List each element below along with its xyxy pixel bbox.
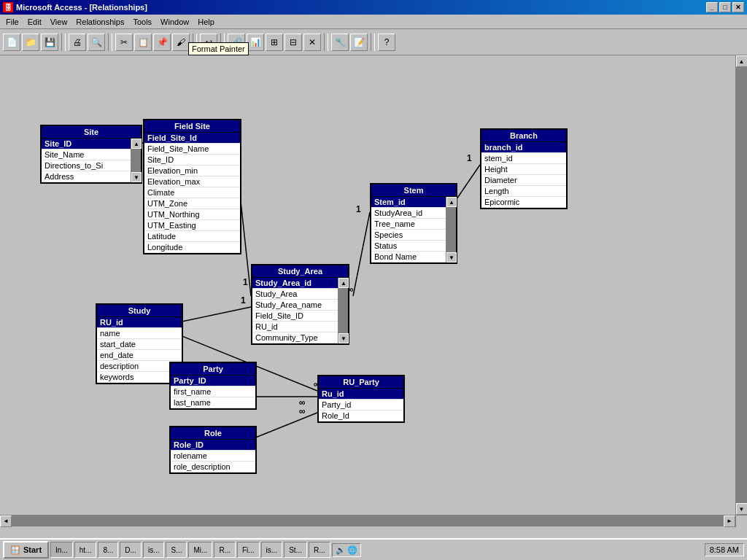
table-party-header[interactable]: Party <box>171 363 255 375</box>
field-status[interactable]: Status <box>371 241 456 252</box>
field-utm-zone[interactable]: UTM_Zone <box>144 198 240 209</box>
table-role-header[interactable]: Role <box>171 427 255 439</box>
menu-view[interactable]: View <box>46 16 72 28</box>
field-stem-id[interactable]: Stem_id <box>371 197 456 208</box>
field-site-name[interactable]: Site_Name <box>42 149 141 160</box>
start-button[interactable]: 🪟 Start <box>3 541 49 559</box>
field-name[interactable]: name <box>97 328 182 339</box>
field-epicormic[interactable]: Epicormic <box>481 197 566 208</box>
field-first-name[interactable]: first_name <box>171 386 255 397</box>
close-btn[interactable]: ✕ <box>732 2 744 12</box>
field-stem-id[interactable]: stem_id <box>481 153 566 164</box>
field-bond-name[interactable]: Bond Name <box>371 252 456 262</box>
field-utm-northing[interactable]: UTM_Northing <box>144 209 240 220</box>
table-study-header[interactable]: Study <box>97 305 182 316</box>
field-height[interactable]: Height <box>481 164 566 175</box>
field-elevation-max[interactable]: Elevation_max <box>144 176 240 187</box>
field-study-area-name[interactable]: Study_Area_name <box>252 300 348 311</box>
taskbar-item-9[interactable]: is... <box>261 542 283 558</box>
field-study-area-id[interactable]: Study_Area_id <box>252 278 348 289</box>
btn2[interactable]: 📊 <box>247 34 264 51</box>
scroll-down-btn[interactable]: ▼ <box>736 503 748 515</box>
btn6[interactable]: 📝 <box>350 34 368 51</box>
menu-tools[interactable]: Tools <box>128 16 156 28</box>
site-scrollbar[interactable]: ▲ ▼ <box>131 139 141 182</box>
field-field-site-id[interactable]: Field_Site_Id <box>144 133 240 144</box>
field-sa-field-site-id[interactable]: Field_Site_ID <box>252 311 348 322</box>
field-field-site-name[interactable]: Field_Site_Name <box>144 144 240 155</box>
save-btn[interactable]: 💾 <box>41 34 58 51</box>
menu-edit[interactable]: Edit <box>23 16 46 28</box>
field-tree-name[interactable]: Tree_name <box>371 219 456 230</box>
field-branch-id[interactable]: branch_id <box>481 142 566 153</box>
delete-btn[interactable]: ✕ <box>303 34 321 51</box>
new-btn[interactable]: 📄 <box>3 34 20 51</box>
table-branch-header[interactable]: Branch <box>481 130 566 141</box>
btn4[interactable]: ⊟ <box>285 34 302 51</box>
format-painter-btn[interactable]: 🖌 <box>172 34 190 51</box>
field-longitude[interactable]: Longitude <box>144 242 240 253</box>
maximize-btn[interactable]: □ <box>719 2 731 12</box>
field-climate[interactable]: Climate <box>144 187 240 198</box>
field-site-id[interactable]: Site_ID <box>42 139 141 149</box>
field-party-id[interactable]: Party_ID <box>171 376 255 386</box>
table-site-header[interactable]: Site <box>42 126 141 138</box>
scroll-track-right[interactable] <box>736 67 747 503</box>
table-study-area-header[interactable]: Study_Area <box>252 265 348 277</box>
field-rp-ru-id[interactable]: Ru_id <box>319 389 403 400</box>
field-last-name[interactable]: last_name <box>171 397 255 408</box>
taskbar-item-3[interactable]: D... <box>120 542 142 558</box>
scroll-track-bottom[interactable] <box>12 516 724 526</box>
field-study-area[interactable]: Study_Area <box>252 289 348 300</box>
stem-scrollbar[interactable]: ▲ ▼ <box>446 197 456 262</box>
help-btn[interactable]: ? <box>378 34 395 51</box>
scroll-up-btn[interactable]: ▲ <box>736 55 748 67</box>
field-diameter[interactable]: Diameter <box>481 175 566 186</box>
taskbar-item-11[interactable]: R... <box>309 542 330 558</box>
field-directions[interactable]: Directions_to_Si <box>42 160 141 171</box>
bottom-scrollbar[interactable]: ◄ ► <box>0 515 747 526</box>
field-species[interactable]: Species <box>371 230 456 241</box>
main-scrollbar-right[interactable]: ▲ ▼ <box>735 55 747 515</box>
scroll-right-btn[interactable]: ► <box>724 516 735 527</box>
minimize-btn[interactable]: _ <box>706 2 718 12</box>
field-role-description[interactable]: role_description <box>171 462 255 472</box>
field-latitude[interactable]: Latitude <box>144 231 240 242</box>
field-fs-site-id[interactable]: Site_ID <box>144 155 240 166</box>
cut-btn[interactable]: ✂ <box>115 34 133 51</box>
table-stem-header[interactable]: Stem <box>371 184 456 196</box>
taskbar-item-6[interactable]: Mi... <box>188 542 212 558</box>
taskbar-item-2[interactable]: 8... <box>98 542 118 558</box>
preview-btn[interactable]: 🔍 <box>88 34 105 51</box>
taskbar-item-4[interactable]: is... <box>143 542 165 558</box>
scroll-left-btn[interactable]: ◄ <box>0 516 12 527</box>
studyarea-scrollbar[interactable]: ▲ ▼ <box>338 278 348 343</box>
menu-relationships[interactable]: Relationships <box>71 16 128 28</box>
menu-file[interactable]: File <box>1 16 23 28</box>
field-elevation-min[interactable]: Elevation_min <box>144 166 240 176</box>
field-sa-ru-id[interactable]: RU_id <box>252 322 348 332</box>
taskbar-item-0[interactable]: In... <box>50 542 73 558</box>
field-role-id[interactable]: Role_ID <box>171 440 255 451</box>
taskbar-item-10[interactable]: St... <box>284 542 307 558</box>
table-ru-party-header[interactable]: RU_Party <box>319 376 403 388</box>
taskbar-item-5[interactable]: S... <box>166 542 187 558</box>
paste-btn[interactable]: 📌 <box>153 34 171 51</box>
field-address[interactable]: Address <box>42 171 141 182</box>
field-role-id[interactable]: Role_Id <box>319 411 403 421</box>
taskbar-item-1[interactable]: ht... <box>74 542 97 558</box>
table-field-site-header[interactable]: Field Site <box>144 120 240 132</box>
field-community-type[interactable]: Community_Type <box>252 332 348 343</box>
taskbar-item-7[interactable]: R... <box>214 542 236 558</box>
field-ru-id[interactable]: RU_id <box>97 317 182 328</box>
open-btn[interactable]: 📁 <box>22 34 39 51</box>
btn5[interactable]: 🔧 <box>331 34 349 51</box>
field-rp-party-id[interactable]: Party_id <box>319 400 403 411</box>
btn3[interactable]: ⊞ <box>266 34 283 51</box>
field-studyarea-id[interactable]: StudyArea_id <box>371 208 456 219</box>
print-btn[interactable]: 🖨 <box>69 34 86 51</box>
menu-window[interactable]: Window <box>156 16 193 28</box>
field-end-date[interactable]: end_date <box>97 350 182 361</box>
field-length[interactable]: Length <box>481 186 566 197</box>
copy-btn[interactable]: 📋 <box>134 34 152 51</box>
